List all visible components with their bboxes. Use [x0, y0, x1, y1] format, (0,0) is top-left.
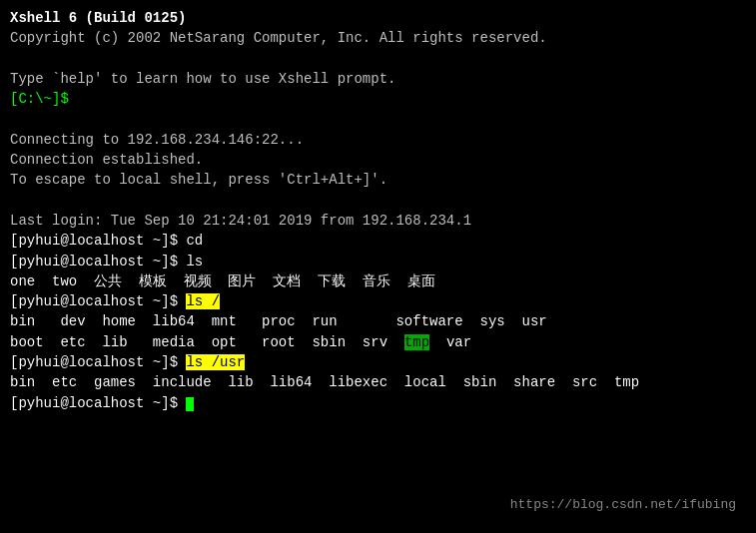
final-prompt-line: [pyhui@localhost ~]$ — [10, 393, 746, 413]
prompt-ls-slash-prefix: [pyhui@localhost ~]$ — [10, 293, 186, 309]
local-prompt-line: [C:\~]$ — [10, 89, 746, 109]
terminal-cursor — [186, 397, 194, 411]
ls-usr-highlight: ls /usr — [186, 354, 245, 370]
title-line: Xshell 6 (Build 0125) — [10, 8, 746, 28]
connecting-line: Connecting to 192.168.234.146:22... — [10, 130, 746, 150]
blank-line-1 — [10, 49, 746, 69]
help-tip-line: Type `help' to learn how to use Xshell p… — [10, 69, 746, 89]
blog-url: https://blog.csdn.net/ifubing — [510, 496, 736, 515]
prompt-ls-usr-line: [pyhui@localhost ~]$ ls /usr — [10, 352, 746, 372]
ls-slash-highlight: ls / — [186, 293, 220, 309]
ls-output-line: one two 公共 模板 视频 图片 文档 下载 音乐 桌面 — [10, 271, 746, 291]
terminal-window: Xshell 6 (Build 0125) Copyright (c) 2002… — [10, 8, 746, 525]
established-line: Connection established. — [10, 150, 746, 170]
blank-line-3 — [10, 191, 746, 211]
escape-line: To escape to local shell, press 'Ctrl+Al… — [10, 170, 746, 190]
tmp-highlight: tmp — [404, 334, 429, 350]
prompt-ls-usr-prefix: [pyhui@localhost ~]$ — [10, 354, 186, 370]
ls-usr-output-line: bin etc games include lib lib64 libexec … — [10, 372, 746, 392]
blank-line-2 — [10, 109, 746, 129]
ls-slash-line1: bin dev home lib64 mnt proc run software… — [10, 311, 746, 331]
last-login-line: Last login: Tue Sep 10 21:24:01 2019 fro… — [10, 211, 746, 231]
copyright-line: Copyright (c) 2002 NetSarang Computer, I… — [10, 28, 746, 48]
prompt-ls-line: [pyhui@localhost ~]$ ls — [10, 252, 746, 271]
prompt-ls-slash-line: [pyhui@localhost ~]$ ls / — [10, 291, 746, 311]
ls-slash-line2: boot etc lib media opt root sbin srv tmp… — [10, 332, 746, 352]
prompt-cd-line: [pyhui@localhost ~]$ cd — [10, 231, 746, 251]
